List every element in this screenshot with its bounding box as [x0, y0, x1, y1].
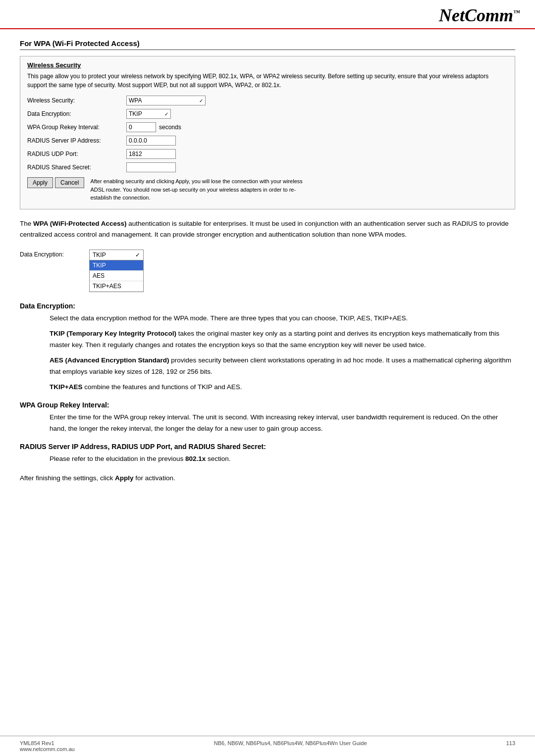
- chevron-down-icon-2: ✓: [164, 111, 168, 117]
- final-line: After finishing the settings, click Appl…: [20, 473, 515, 484]
- section-title: For WPA (Wi-Fi Protected Access): [20, 39, 515, 50]
- desc-radius-title: RADIUS Server IP Address, RADIUS UDP Por…: [20, 443, 515, 451]
- desc-radius-text: Please refer to the elucidation in the p…: [50, 454, 515, 465]
- footer-left: YML854 Rev1 www.netcomm.com.au: [20, 740, 75, 752]
- config-panel: Wireless Security This page allow you to…: [20, 56, 515, 209]
- data-encryption-value: TKIP: [129, 110, 142, 117]
- radius-secret-label: RADIUS Shared Secret:: [27, 164, 126, 171]
- radius-secret-row: RADIUS Shared Secret:: [27, 162, 508, 172]
- data-encryption-select[interactable]: TKIP ✓: [126, 109, 171, 119]
- desc-tkip: TKIP (Temporary Key Integrity Protocol) …: [50, 328, 515, 351]
- desc-data-encryption: Data Encryption: Select the data encrypt…: [20, 302, 515, 393]
- desc-aes: AES (Advanced Encryption Standard) provi…: [50, 355, 515, 378]
- desc-radius: RADIUS Server IP Address, RADIUS UDP Por…: [20, 443, 515, 465]
- desc-data-encryption-title: Data Encryption:: [20, 302, 515, 310]
- radius-ip-label: RADIUS Server IP Address:: [27, 137, 126, 144]
- trademark: ™: [513, 9, 520, 16]
- seconds-label: seconds: [159, 124, 181, 131]
- desc-tkip-aes: TKIP+AES combine the features and functi…: [50, 382, 515, 393]
- dropdown-header[interactable]: TKIP ✓: [90, 250, 143, 260]
- wireless-security-row: Wireless Security: WPA ✓: [27, 96, 508, 105]
- desc-data-encryption-body: Select the data encryption method for th…: [20, 313, 515, 393]
- dropdown-box[interactable]: TKIP ✓ TKIP AES TKIP+AES: [89, 250, 144, 292]
- page-footer: YML854 Rev1 www.netcomm.com.au NB6, NB6W…: [0, 736, 535, 756]
- wpa-rekey-row: WPA Group Rekey Interval: seconds: [27, 122, 508, 132]
- warning-text: After enabling security and clicking App…: [90, 177, 303, 202]
- desc-wpa-rekey-text: Enter the time for the WPA group rekey i…: [50, 412, 515, 435]
- desc-radius-body: Please refer to the elucidation in the p…: [20, 454, 515, 465]
- radius-port-row: RADIUS UDP Port:: [27, 149, 508, 159]
- dropdown-header-value: TKIP: [93, 252, 106, 258]
- main-content: For WPA (Wi-Fi Protected Access) Wireles…: [0, 29, 535, 503]
- radius-secret-input[interactable]: [126, 162, 176, 172]
- dropdown-item-aes[interactable]: AES: [90, 271, 143, 281]
- logo: NetComm™: [439, 5, 520, 26]
- logo-text: NetComm: [439, 5, 513, 25]
- footer-page-number: 113: [506, 740, 515, 752]
- desc-wpa-rekey: WPA Group Rekey Interval: Enter the time…: [20, 401, 515, 435]
- page-header: NetComm™: [0, 0, 535, 29]
- desc-data-encryption-intro: Select the data encryption method for th…: [50, 313, 515, 324]
- desc-wpa-rekey-body: Enter the time for the WPA group rekey i…: [20, 412, 515, 435]
- radius-port-label: RADIUS UDP Port:: [27, 151, 126, 157]
- radius-ip-input[interactable]: [126, 136, 176, 146]
- desc-wpa-rekey-title: WPA Group Rekey Interval:: [20, 401, 515, 409]
- wireless-security-value: WPA: [129, 97, 142, 104]
- body-paragraph: The WPA (WiFi-Protected Access) authenti…: [20, 218, 515, 241]
- wpa-rekey-label: WPA Group Rekey Interval:: [27, 124, 126, 131]
- button-row: Apply Cancel After enabling security and…: [27, 177, 508, 202]
- footer-center: NB6, NB6W, NB6Plus4, NB6Plus4W, NB6Plus4…: [214, 740, 367, 752]
- wpa-rekey-input[interactable]: [126, 122, 156, 132]
- data-encryption-row: Data Encryption: TKIP ✓: [27, 109, 508, 119]
- dropdown-visual: Data Encryption: TKIP ✓ TKIP AES TKIP+AE…: [20, 250, 515, 292]
- apply-button[interactable]: Apply: [27, 177, 53, 188]
- wireless-security-label: Wireless Security:: [27, 97, 126, 104]
- dropdown-item-tkip[interactable]: TKIP: [90, 260, 143, 271]
- dropdown-label: Data Encryption:: [20, 250, 89, 258]
- cancel-button[interactable]: Cancel: [55, 177, 84, 188]
- data-encryption-label: Data Encryption:: [27, 110, 126, 117]
- footer-website: www.netcomm.com.au: [20, 746, 75, 752]
- panel-description: This page allow you to protect your wire…: [27, 72, 508, 90]
- wireless-security-select[interactable]: WPA ✓: [126, 96, 206, 105]
- radius-ip-row: RADIUS Server IP Address:: [27, 136, 508, 146]
- dropdown-item-tkip-aes[interactable]: TKIP+AES: [90, 281, 143, 292]
- panel-title: Wireless Security: [27, 61, 508, 69]
- radius-port-input[interactable]: [126, 149, 176, 159]
- chevron-down-icon: ✓: [199, 98, 203, 103]
- footer-revision: YML854 Rev1: [20, 740, 75, 746]
- dropdown-arrow-icon: ✓: [135, 252, 140, 258]
